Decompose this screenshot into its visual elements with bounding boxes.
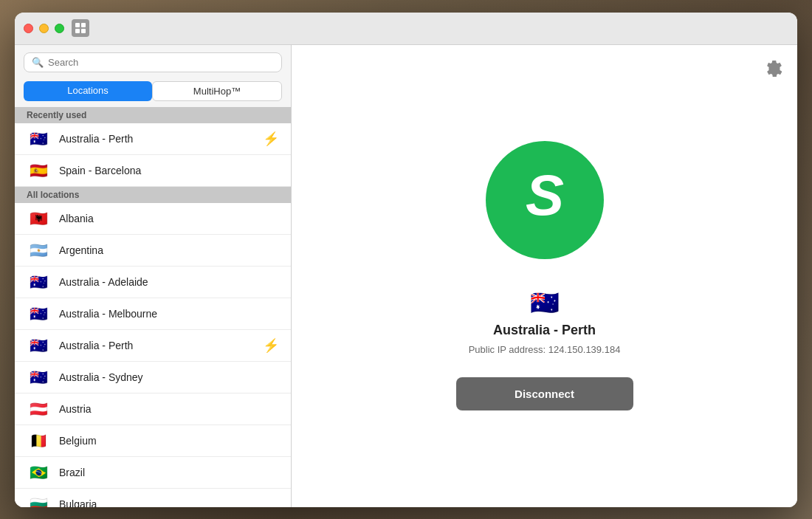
location-name: Australia - Adelaide (59, 276, 279, 288)
flag-icon: 🇦🇺 (27, 274, 50, 290)
connected-flag: 🇦🇺 (530, 289, 560, 317)
desktop-background: 🔍 Locations MultiHop™ Recently used 🇦🇺 (0, 0, 812, 519)
flag-icon: 🇦🇱 (27, 210, 50, 227)
list-item[interactable]: 🇪🇸 Spain - Barcelona (15, 155, 291, 187)
maximize-button[interactable] (55, 24, 64, 33)
list-item[interactable]: 🇦🇹 Austria (15, 393, 291, 425)
location-name: Spain - Barcelona (59, 165, 279, 176)
list-item[interactable]: 🇦🇺 Australia - Sydney (15, 362, 291, 393)
list-item[interactable]: 🇧🇷 Brazil (15, 457, 291, 489)
flag-icon: 🇪🇸 (27, 162, 50, 179)
active-indicator: ⚡ (263, 337, 279, 354)
location-name: Belgium (59, 435, 279, 447)
list-item[interactable]: 🇦🇷 Argentina (15, 235, 291, 267)
flag-icon: 🇦🇺 (27, 369, 50, 385)
traffic-lights (24, 24, 64, 33)
svg-rect-2 (75, 29, 80, 33)
sidebar: 🔍 Locations MultiHop™ Recently used 🇦🇺 (15, 45, 292, 507)
flag-icon: 🇦🇺 (27, 337, 50, 354)
flag-icon: 🇧🇬 (27, 496, 50, 507)
svg-rect-0 (75, 23, 80, 27)
tab-locations[interactable]: Locations (24, 81, 152, 101)
flag-icon: 🇧🇷 (27, 464, 50, 481)
list-item[interactable]: 🇦🇺 Australia - Perth ⚡ (15, 123, 291, 155)
location-name: Austria (59, 403, 279, 415)
list-item[interactable]: 🇧🇬 Bulgaria (15, 489, 291, 507)
active-indicator: ⚡ (263, 131, 279, 147)
section-all-locations: All locations (15, 187, 291, 203)
location-name: Bulgaria (59, 498, 279, 507)
flag-icon: 🇦🇷 (27, 242, 50, 258)
tab-multihop[interactable]: MultiHop™ (152, 81, 282, 101)
app-window: 🔍 Locations MultiHop™ Recently used 🇦🇺 (15, 13, 797, 507)
svg-rect-3 (81, 29, 86, 33)
svg-rect-1 (81, 23, 86, 27)
location-list[interactable]: Recently used 🇦🇺 Australia - Perth ⚡ 🇪🇸 … (15, 107, 291, 507)
tab-bar: Locations MultiHop™ (15, 78, 291, 107)
right-panel: S 🇦🇺 Australia - Perth Public IP address… (292, 45, 797, 507)
list-item[interactable]: 🇧🇪 Belgium (15, 425, 291, 457)
location-name: Argentina (59, 244, 279, 256)
app-icon (72, 19, 89, 37)
connected-location: Australia - Perth (493, 323, 596, 338)
list-item[interactable]: 🇦🇺 Australia - Adelaide (15, 267, 291, 298)
search-input-wrap[interactable]: 🔍 (24, 52, 282, 72)
list-item[interactable]: 🇦🇱 Albania (15, 203, 291, 235)
search-icon: 🔍 (32, 57, 44, 68)
flag-icon: 🇧🇪 (27, 433, 50, 449)
location-name: Albania (59, 213, 279, 224)
location-name: Brazil (59, 467, 279, 478)
search-bar: 🔍 (15, 45, 291, 78)
svg-text:S: S (525, 167, 563, 227)
flag-icon: 🇦🇺 (27, 306, 50, 322)
settings-button[interactable] (762, 57, 785, 80)
minimize-button[interactable] (39, 24, 49, 33)
vpn-logo: S (486, 141, 604, 259)
main-content: 🔍 Locations MultiHop™ Recently used 🇦🇺 (15, 45, 797, 507)
connection-info: 🇦🇺 Australia - Perth Public IP address: … (469, 289, 621, 355)
list-item[interactable]: 🇦🇺 Australia - Perth ⚡ (15, 330, 291, 362)
ip-address: Public IP address: 124.150.139.184 (469, 344, 621, 355)
titlebar (15, 13, 797, 45)
list-item[interactable]: 🇦🇺 Australia - Melbourne (15, 298, 291, 330)
disconnect-button[interactable]: Disconnect (456, 377, 633, 410)
location-name: Australia - Perth (59, 133, 254, 145)
location-name: Australia - Perth (59, 340, 254, 351)
section-recently-used: Recently used (15, 107, 291, 123)
flag-icon: 🇦🇹 (27, 401, 50, 417)
location-name: Australia - Sydney (59, 371, 279, 383)
location-name: Australia - Melbourne (59, 308, 279, 320)
search-input[interactable] (48, 57, 274, 68)
close-button[interactable] (24, 24, 33, 33)
flag-icon: 🇦🇺 (27, 131, 50, 147)
